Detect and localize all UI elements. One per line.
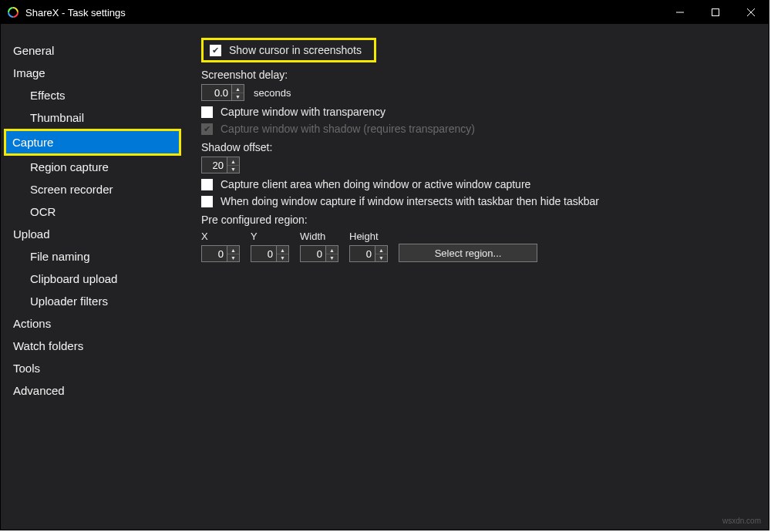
- sidebar-item-advanced[interactable]: Advanced: [1, 379, 186, 402]
- hide-taskbar-checkbox[interactable]: [201, 196, 213, 207]
- hide-taskbar-label: When doing window capture if window inte…: [221, 195, 599, 207]
- spin-down-icon[interactable]: ▼: [227, 254, 239, 261]
- spin-up-icon[interactable]: ▲: [232, 85, 244, 93]
- region-width-label: Width: [300, 231, 338, 242]
- transparency-label: Capture window with transparency: [221, 106, 386, 118]
- sidebar-item-general[interactable]: General: [1, 39, 186, 62]
- region-height-spinner[interactable]: ▲▼: [349, 245, 388, 262]
- region-width-input[interactable]: [301, 246, 325, 261]
- region-y-label: Y: [251, 231, 289, 242]
- sidebar-item-file-naming[interactable]: File naming: [1, 245, 186, 268]
- task-settings-window: ShareX - Task settings General Image Eff…: [0, 0, 769, 530]
- svg-rect-5: [712, 9, 719, 16]
- region-x-label: X: [201, 231, 240, 242]
- spin-down-icon[interactable]: ▼: [227, 165, 239, 173]
- spin-down-icon[interactable]: ▼: [326, 254, 338, 261]
- delay-unit-label: seconds: [254, 87, 291, 99]
- region-y-spinner[interactable]: ▲▼: [251, 245, 289, 262]
- maximize-button[interactable]: [698, 1, 733, 24]
- sidebar-item-watch-folders[interactable]: Watch folders: [1, 335, 186, 357]
- sidebar-item-uploader-filters[interactable]: Uploader filters: [1, 290, 186, 312]
- sidebar-item-ocr[interactable]: OCR: [1, 200, 186, 223]
- show-cursor-highlight: ✔ Show cursor in screenshots: [201, 38, 376, 62]
- client-area-checkbox[interactable]: [201, 179, 213, 190]
- region-height-input[interactable]: [350, 246, 375, 261]
- spin-up-icon[interactable]: ▲: [227, 246, 239, 254]
- select-region-button[interactable]: Select region...: [399, 244, 537, 262]
- sidebar-item-thumbnail[interactable]: Thumbnail: [1, 106, 186, 129]
- screenshot-delay-spinner[interactable]: ▲▼: [201, 84, 244, 101]
- minimize-button[interactable]: [662, 1, 698, 24]
- sidebar-item-image[interactable]: Image: [1, 62, 186, 84]
- transparency-checkbox[interactable]: [201, 106, 213, 118]
- client-area-label: Capture client area when doing window or…: [221, 178, 530, 190]
- sidebar-item-capture[interactable]: Capture: [4, 129, 181, 156]
- spin-down-icon[interactable]: ▼: [232, 93, 244, 100]
- spin-up-icon[interactable]: ▲: [277, 246, 288, 254]
- show-cursor-checkbox[interactable]: ✔: [210, 45, 221, 56]
- sidebar-item-region-capture[interactable]: Region capture: [1, 156, 186, 178]
- titlebar: ShareX - Task settings: [1, 1, 769, 24]
- region-width-spinner[interactable]: ▲▼: [300, 245, 338, 262]
- shadow-label: Capture window with shadow (requires tra…: [221, 123, 475, 135]
- region-height-label: Height: [349, 231, 388, 242]
- sidebar-item-clipboard-upload[interactable]: Clipboard upload: [1, 268, 186, 290]
- shadow-offset-input[interactable]: [202, 157, 227, 173]
- sidebar-item-effects[interactable]: Effects: [1, 84, 186, 106]
- shadow-checkbox: ✔: [201, 123, 213, 135]
- region-y-input[interactable]: [251, 246, 276, 261]
- spin-down-icon[interactable]: ▼: [277, 254, 288, 261]
- spin-up-icon[interactable]: ▲: [375, 246, 387, 254]
- sidebar-item-screen-recorder[interactable]: Screen recorder: [1, 178, 186, 200]
- sidebar-item-actions[interactable]: Actions: [1, 312, 186, 335]
- sidebar: General Image Effects Thumbnail Capture …: [1, 24, 186, 530]
- spin-up-icon[interactable]: ▲: [227, 157, 239, 165]
- shadow-offset-label: Shadow offset:: [201, 141, 753, 153]
- spin-up-icon[interactable]: ▲: [326, 246, 338, 254]
- watermark-text: wsxdn.com: [722, 517, 761, 525]
- region-x-input[interactable]: [202, 246, 227, 261]
- capture-settings-panel: ✔ Show cursor in screenshots Screenshot …: [186, 24, 769, 530]
- show-cursor-label: Show cursor in screenshots: [229, 44, 362, 56]
- close-button[interactable]: [733, 1, 769, 24]
- region-x-spinner[interactable]: ▲▼: [201, 245, 240, 262]
- spin-down-icon[interactable]: ▼: [375, 254, 387, 261]
- sidebar-item-tools[interactable]: Tools: [1, 357, 186, 379]
- sharex-logo-icon: [7, 6, 19, 19]
- screenshot-delay-input[interactable]: [202, 85, 231, 100]
- window-title: ShareX - Task settings: [25, 7, 662, 19]
- sidebar-item-upload[interactable]: Upload: [1, 223, 186, 245]
- screenshot-delay-label: Screenshot delay:: [201, 69, 753, 81]
- preconfigured-region-label: Pre configured region:: [201, 214, 753, 226]
- shadow-offset-spinner[interactable]: ▲▼: [201, 157, 240, 173]
